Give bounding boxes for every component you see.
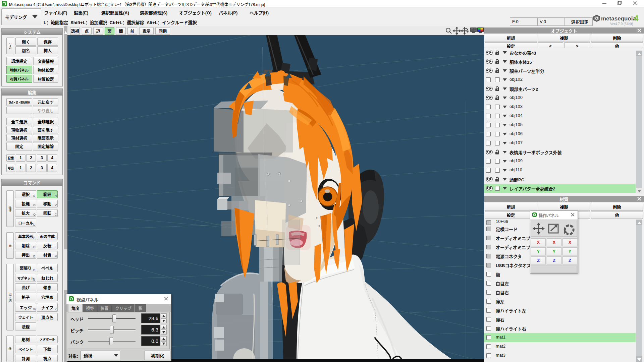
svg-text:4: 4	[634, 14, 639, 23]
svg-text:Ver4.7.0 (64bit): Ver4.7.0 (64bit)	[610, 22, 633, 26]
svg-text:metasequoia: metasequoia	[601, 15, 636, 22]
